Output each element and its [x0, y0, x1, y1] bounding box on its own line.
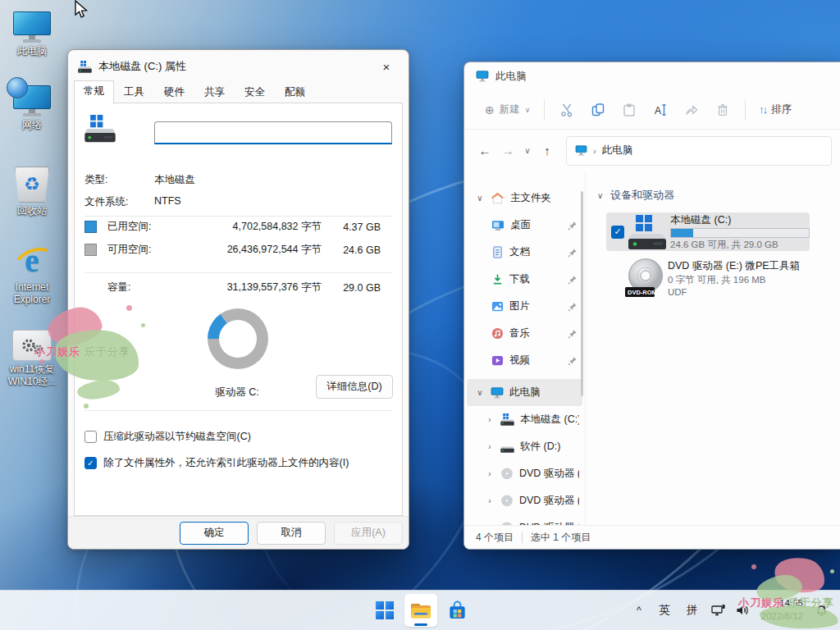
notification-center-button[interactable]: z [809, 594, 833, 627]
ok-button[interactable]: 确定 [180, 522, 249, 545]
index-checkbox[interactable]: ✓ [84, 457, 97, 469]
dialog-titlebar[interactable]: 本地磁盘 (C:) 属性 × [68, 50, 409, 83]
details-button[interactable]: 详细信息(D) [316, 375, 393, 399]
network-icon [13, 85, 51, 116]
breadcrumb[interactable]: › 此电脑 [566, 136, 832, 166]
sidebar-item-dvd-e[interactable]: › DVD 驱动器 (E [467, 460, 582, 487]
file-explorer-window: 此电脑 ⊕ 新建 ∨ A [463, 62, 840, 550]
tab-security[interactable]: 安全 [235, 81, 275, 103]
used-space-row: 已用空间: 4,702,584,832 字节 4.37 GB [84, 220, 381, 234]
sort-arrows-icon: ↑↓ [759, 103, 766, 116]
paste-icon [622, 103, 637, 117]
drive-name: DVD 驱动器 (E:) 微PE工具箱 [668, 259, 800, 273]
volume-label-input[interactable] [154, 121, 392, 144]
store-icon [447, 600, 468, 621]
sidebar-item-this-pc[interactable]: ∨ 此电脑 [467, 379, 582, 406]
desktop-icon-label: 网络 [22, 119, 42, 131]
desktop-icon-win11-restore-tool[interactable]: win11恢复WIN10经... [1, 330, 63, 388]
scissors-icon [559, 103, 574, 117]
tab-tools[interactable]: 工具 [114, 81, 154, 103]
this-pc-icon [575, 145, 587, 156]
taskbar-file-explorer[interactable] [404, 594, 437, 627]
sidebar-item-disk-d[interactable]: › 软件 (D:) [467, 433, 582, 460]
drive-icon [84, 115, 116, 143]
drive-name: 本地磁盘 (C:) [670, 213, 810, 227]
desktop-icon-internet-explorer[interactable]: e Internet Explorer [1, 241, 63, 306]
desktop-icon-network[interactable]: 网络 [1, 85, 63, 131]
free-space-row: 可用空间: 26,436,972,544 字节 24.6 GB [84, 243, 381, 257]
close-button[interactable]: × [374, 56, 399, 77]
copy-button[interactable] [582, 97, 614, 123]
new-button[interactable]: ⊕ 新建 ∨ [477, 98, 537, 121]
tab-quota[interactable]: 配额 [275, 81, 315, 103]
explorer-titlebar[interactable]: 此电脑 [464, 62, 840, 90]
index-checkbox-row[interactable]: ✓ 除了文件属性外，还允许索引此驱动器上文件的内容(I) [84, 456, 349, 470]
sidebar-item-documents[interactable]: 文档 [467, 239, 582, 266]
sidebar-item-downloads[interactable]: 下载 [467, 266, 582, 293]
sidebar-item-local-disk-c[interactable]: › 本地磁盘 (C:) [467, 406, 582, 433]
share-button[interactable] [676, 97, 707, 123]
compress-checkbox[interactable]: ✓ [84, 431, 97, 443]
mouse-cursor [71, 0, 89, 22]
dvd-icon [500, 468, 514, 481]
pictures-icon [491, 300, 504, 313]
chevron-right-icon: › [593, 146, 596, 156]
network-tray-button[interactable] [706, 594, 731, 627]
dialog-footer: 确定 取消 应用(A) [68, 516, 409, 549]
compress-checkbox-row[interactable]: ✓ 压缩此驱动器以节约磁盘空间(C) [84, 430, 251, 444]
chevron-right-icon: › [485, 442, 495, 451]
home-icon [491, 192, 504, 204]
sidebar-scrollbar[interactable] [581, 191, 583, 396]
cancel-button[interactable]: 取消 [257, 522, 326, 545]
music-icon [491, 327, 504, 340]
start-button[interactable] [368, 594, 401, 627]
taskbar-clock[interactable]: 14:55 2022/8/12 [756, 597, 809, 623]
sidebar-item-dvd-f[interactable]: › DVD 驱动器 (F [467, 487, 582, 514]
clock-time: 14:55 [779, 597, 803, 610]
sidebar-item-home[interactable]: ∨ 主文件夹 [467, 185, 582, 212]
pin-icon [568, 221, 578, 231]
dvd-e-tile[interactable]: DVD-ROM DVD 驱动器 (E:) 微PE工具箱 0 字节 可用, 共 1… [606, 257, 810, 299]
back-button[interactable]: ← [474, 140, 495, 162]
delete-button[interactable] [707, 97, 738, 123]
paste-button[interactable] [614, 97, 645, 123]
desktop-icon-recycle-bin[interactable]: ♻ 回收站 [1, 167, 63, 217]
sidebar-item-desktop[interactable]: 桌面 [467, 212, 582, 239]
up-button[interactable]: ↑ [536, 140, 558, 162]
sidebar-item-dvd-2[interactable]: › DVD 驱动器 (F:) [467, 514, 582, 526]
tab-general[interactable]: 常规 [74, 80, 114, 104]
breadcrumb-item[interactable]: 此电脑 [602, 144, 633, 158]
volume-tray-button[interactable] [731, 594, 756, 627]
this-pc-icon [491, 387, 504, 399]
toolbar-divider [745, 99, 746, 121]
sort-button[interactable]: ↑↓ 排序 [752, 98, 798, 121]
section-devices-and-drives[interactable]: ∨ 设备和驱动器 [597, 188, 674, 203]
rename-button[interactable]: A [645, 97, 676, 123]
tray-expand-button[interactable]: ^ [628, 594, 651, 627]
sidebar-item-pictures[interactable]: 图片 [467, 293, 582, 320]
forward-button[interactable]: → [497, 140, 518, 162]
tab-hardware[interactable]: 硬件 [154, 81, 194, 103]
ime-language-english[interactable]: 英 [651, 594, 678, 627]
desktop-icon-label: Internet Explorer [3, 281, 61, 306]
svg-text:z: z [823, 604, 825, 609]
capacity-row: 容量: 31,139,557,376 字节 29.0 GB [84, 281, 381, 294]
cut-button[interactable] [551, 97, 582, 123]
drive-free-info: 0 字节 可用, 共 196 MB [668, 274, 800, 286]
ime-language-pinyin[interactable]: 拼 [678, 594, 706, 627]
taskbar-microsoft-store[interactable] [441, 594, 473, 627]
drive-c-icon [628, 215, 666, 249]
sidebar-item-music[interactable]: 音乐 [467, 320, 582, 347]
close-icon: × [383, 60, 390, 74]
tab-sharing[interactable]: 共享 [194, 81, 235, 103]
explorer-content: ∨ 设备和驱动器 ✓ 本地磁盘 (C:) 24.6 GB 可用, 共 29.0 … [585, 171, 840, 526]
trash-icon [715, 103, 730, 117]
item-checkbox[interactable]: ✓ [611, 226, 624, 239]
drive-c-tile[interactable]: ✓ 本地磁盘 (C:) 24.6 GB 可用, 共 29.0 GB [606, 212, 810, 251]
desktop-icon-this-pc[interactable]: 此电脑 [1, 11, 63, 57]
history-dropdown-button[interactable]: ∨ [520, 140, 535, 162]
chevron-right-icon: › [485, 496, 495, 505]
recycle-bin-icon: ♻ [15, 167, 49, 203]
sidebar-item-videos[interactable]: 视频 [467, 347, 582, 374]
pin-icon [568, 302, 578, 312]
